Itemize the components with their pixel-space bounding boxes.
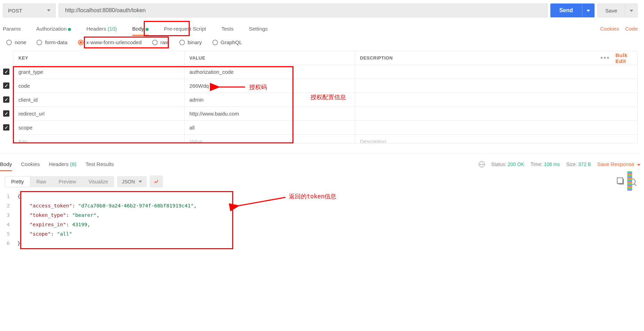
chevron-down-icon: [47, 9, 50, 11]
tab-prerequest[interactable]: Pre-request Script: [164, 24, 206, 34]
view-raw[interactable]: Raw: [30, 176, 53, 187]
json-scope: "all": [57, 231, 72, 237]
tab-authorization[interactable]: Authorization: [36, 24, 71, 34]
radio-icon: [212, 40, 218, 45]
globe-icon[interactable]: [479, 161, 485, 167]
url-input[interactable]: [58, 3, 548, 17]
checkbox-icon[interactable]: [3, 110, 9, 117]
copy-icon[interactable]: [618, 179, 624, 184]
bulk-edit-link[interactable]: Bulk Edit: [615, 52, 633, 64]
chevron-down-icon: [587, 10, 590, 12]
radio-icon: [152, 40, 158, 45]
radio-urlencoded[interactable]: x-www-form-urlencoded: [78, 39, 142, 45]
size-value: 372 B: [578, 161, 591, 167]
size-label: Size:: [566, 161, 577, 167]
save-button[interactable]: Save: [597, 3, 625, 17]
radio-icon: [37, 40, 42, 45]
checkbox-icon[interactable]: [3, 124, 9, 131]
cookies-link[interactable]: Cookies: [600, 26, 619, 32]
resp-tab-cookies[interactable]: Cookies: [21, 160, 40, 168]
send-button[interactable]: Send: [550, 3, 582, 17]
body-type-radios: none form-data x-www-form-urlencoded raw…: [0, 39, 641, 45]
table-row[interactable]: client_idadmin: [14, 93, 637, 107]
minimap-marker: [627, 171, 632, 191]
save-response-button[interactable]: Save Response: [597, 161, 641, 167]
json-token-type: "bearer": [72, 212, 96, 218]
view-preview[interactable]: Preview: [53, 176, 83, 187]
view-pretty[interactable]: Pretty: [5, 176, 30, 187]
radio-form-data[interactable]: form-data: [37, 39, 67, 45]
checkbox-icon[interactable]: [3, 96, 9, 103]
view-visualize[interactable]: Visualize: [82, 176, 114, 187]
wrap-lines-icon[interactable]: ⤾: [150, 175, 163, 188]
col-description: DESCRIPTION: [355, 51, 596, 65]
response-tabs: Body Cookies Headers (8) Test Results St…: [0, 153, 641, 171]
response-body[interactable]: 1{ 2 "access_token": "d7ca70b8-9a24-46b2…: [0, 192, 641, 251]
request-tabs: Params Authorization Headers (10) Body P…: [0, 24, 641, 34]
more-icon[interactable]: •••: [600, 54, 610, 62]
tab-body[interactable]: Body: [132, 24, 149, 34]
resp-tab-body[interactable]: Body: [0, 160, 12, 168]
time-value: 106 ms: [544, 161, 560, 167]
radio-binary[interactable]: binary: [179, 39, 202, 45]
checkbox-icon[interactable]: [3, 82, 9, 89]
radio-icon: [78, 40, 84, 45]
tab-settings[interactable]: Settings: [249, 24, 268, 34]
chevron-down-icon: [139, 181, 142, 183]
col-value: VALUE: [184, 51, 355, 65]
indicator-dot-icon: [146, 28, 149, 31]
resp-tab-testresults[interactable]: Test Results: [86, 160, 114, 168]
code-link[interactable]: Code: [625, 26, 638, 32]
checkbox-icon[interactable]: [3, 69, 9, 75]
chevron-down-icon: [637, 164, 641, 166]
status-value: 200 OK: [508, 161, 524, 167]
radio-graphql[interactable]: GraphQL: [212, 39, 242, 45]
radio-none[interactable]: none: [6, 39, 26, 45]
method-value: POST: [8, 8, 22, 14]
tab-tests[interactable]: Tests: [221, 24, 234, 34]
col-key: KEY: [14, 51, 184, 65]
view-mode-segment: Pretty Raw Preview Visualize: [5, 176, 114, 187]
tab-params[interactable]: Params: [3, 24, 21, 34]
table-row[interactable]: code266Wdq: [14, 79, 637, 93]
radio-icon: [179, 40, 185, 45]
indicator-dot-icon: [68, 28, 71, 31]
tab-headers[interactable]: Headers (10): [86, 24, 117, 34]
format-select[interactable]: JSON: [117, 176, 147, 187]
chevron-down-icon: [630, 10, 633, 12]
resp-tab-headers[interactable]: Headers (8): [49, 160, 76, 168]
time-label: Time:: [531, 161, 542, 167]
body-params-table: KEY VALUE DESCRIPTION ••• Bulk Edit gran…: [13, 51, 638, 143]
json-expires-in: 43199: [72, 222, 87, 227]
table-row[interactable]: scopeall: [14, 121, 637, 135]
radio-icon: [6, 40, 12, 45]
json-access-token: "d7ca70b8-9a24-46b2-974f-68bf81919c41": [78, 203, 194, 208]
status-label: Status:: [491, 161, 506, 167]
table-row-new[interactable]: KeyValueDescription: [14, 135, 637, 143]
send-more-button[interactable]: [582, 3, 595, 17]
radio-raw[interactable]: raw: [152, 39, 169, 45]
table-row[interactable]: grant_typeauthorization_code: [14, 65, 637, 79]
method-select[interactable]: POST: [3, 3, 56, 17]
save-more-button[interactable]: [625, 3, 638, 17]
table-row[interactable]: redirect_urlhttp://www.baidu.com: [14, 107, 637, 121]
